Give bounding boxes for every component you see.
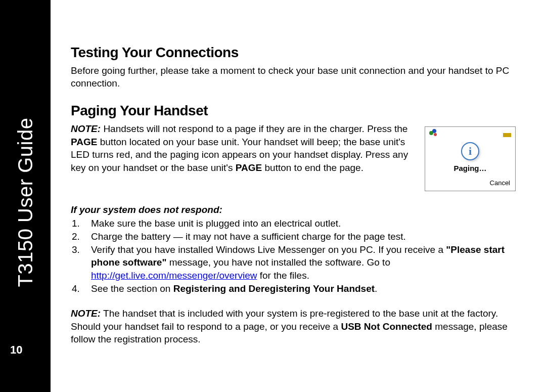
- screenshot-icon-area: i: [425, 138, 515, 162]
- screenshot-statusbar: [425, 127, 515, 138]
- note-label: NOTE:: [71, 308, 101, 319]
- list-item: Charge the battery — it may not have a s…: [71, 230, 516, 243]
- list-item-text: Verify that you have installed Windows L…: [91, 244, 446, 255]
- list-item-text: for the files.: [257, 270, 309, 281]
- handset-screenshot: i Paging… Cancel: [425, 126, 516, 191]
- footnote: NOTE: The handset that is included with …: [71, 307, 516, 346]
- page-button-ref-2: PAGE: [236, 162, 262, 173]
- note-label: NOTE:: [71, 123, 101, 134]
- document-title: T3150 User Guide: [14, 118, 37, 287]
- list-item: Make sure the base unit is plugged into …: [71, 217, 516, 230]
- paging-text: NOTE: Handsets will not respond to a pag…: [71, 122, 415, 175]
- list-item: Verify that you have installed Windows L…: [71, 243, 516, 282]
- speaker-icon: [503, 129, 511, 137]
- page: T3150 User Guide 10 Testing Your Connect…: [0, 0, 546, 392]
- heading-testing-connections: Testing Your Connections: [71, 43, 516, 62]
- troubleshoot-list: Make sure the base unit is plugged into …: [71, 217, 516, 295]
- page-button-ref-1: PAGE: [71, 137, 97, 147]
- heading-paging-handset: Paging Your Handset: [71, 101, 516, 120]
- list-item-text: See the section on: [91, 283, 173, 294]
- note-text: Handsets will not respond to a page if t…: [101, 123, 365, 134]
- page-number: 10: [10, 343, 22, 357]
- list-item: See the section on Registering and Dereg…: [71, 282, 516, 295]
- sidebar: T3150 User Guide 10: [0, 0, 51, 392]
- messenger-icon: [429, 129, 437, 137]
- screenshot-cancel-label: Cancel: [425, 177, 515, 191]
- info-icon: i: [461, 142, 479, 160]
- paging-body-c: button to end the page.: [262, 162, 363, 173]
- intro-paragraph: Before going further, please take a mome…: [71, 64, 511, 90]
- paging-body-a: Press the: [367, 123, 407, 134]
- screenshot-paging-label: Paging…: [425, 162, 515, 177]
- content: Testing Your Connections Before going fu…: [51, 0, 546, 392]
- list-item-text: .: [375, 283, 377, 294]
- troubleshoot-heading: If your system does not respond:: [71, 203, 516, 216]
- list-item-text: Charge the battery — it may not have a s…: [91, 231, 406, 242]
- footnote-bold: USB Not Connected: [341, 321, 432, 332]
- messenger-link[interactable]: http://get.live.com/messenger/overview: [91, 270, 257, 281]
- list-item-bold: Registering and Deregistering Your Hands…: [173, 283, 375, 294]
- list-item-text: message, you have not installed the soft…: [166, 257, 390, 268]
- list-item-text: Make sure the base unit is plugged into …: [91, 218, 341, 229]
- paging-row: NOTE: Handsets will not respond to a pag…: [71, 122, 516, 191]
